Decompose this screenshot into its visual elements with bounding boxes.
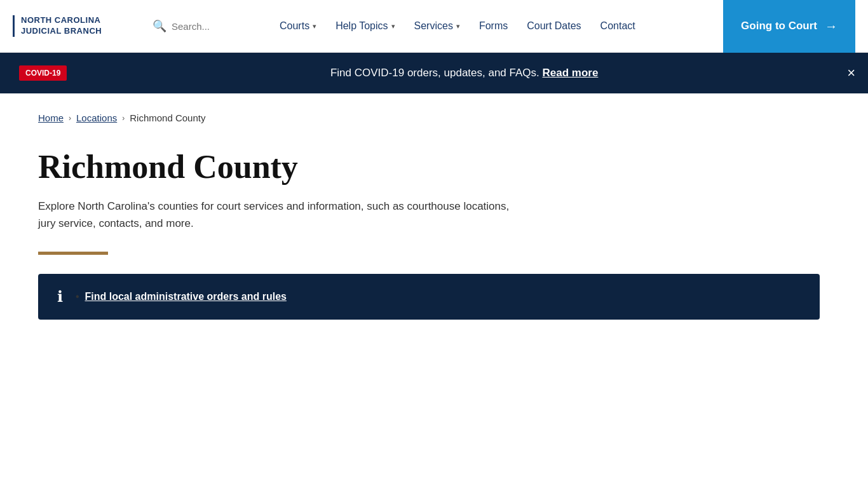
site-logo: NORTH CAROLINA JUDICIAL BRANCH — [13, 15, 102, 37]
info-box: ℹ • Find local administrative orders and… — [38, 274, 820, 320]
site-header: NORTH CAROLINA JUDICIAL BRANCH 🔍 Courts … — [0, 0, 868, 53]
logo-area: NORTH CAROLINA JUDICIAL BRANCH — [13, 15, 140, 37]
nav-courts[interactable]: Courts ▾ — [280, 20, 316, 32]
going-to-court-button[interactable]: Going to Court → — [723, 0, 855, 53]
info-box-content: • Find local administrative orders and r… — [76, 291, 287, 302]
chevron-down-icon: ▾ — [313, 22, 316, 30]
bullet: • — [76, 291, 82, 302]
search-icon: 🔍 — [153, 19, 166, 33]
page-title: Richmond County — [38, 149, 830, 185]
search-input[interactable] — [172, 21, 261, 32]
close-banner-button[interactable]: × — [847, 65, 855, 81]
breadcrumb-current: Richmond County — [130, 112, 205, 123]
nav-contact[interactable]: Contact — [600, 20, 635, 32]
covid-banner: COVID-19 Find COVID-19 orders, updates, … — [0, 53, 868, 93]
chevron-down-icon: ▾ — [391, 22, 395, 30]
main-content: Home › Locations › Richmond County Richm… — [0, 93, 868, 339]
accent-divider — [38, 252, 108, 255]
breadcrumb-locations[interactable]: Locations — [76, 112, 117, 123]
breadcrumb-separator-2: › — [122, 114, 125, 123]
covid-read-more-link[interactable]: Read more — [543, 67, 599, 79]
search-area: 🔍 — [153, 19, 261, 33]
page-description: Explore North Carolina's counties for co… — [38, 198, 521, 232]
covid-badge: COVID-19 — [19, 65, 67, 81]
admin-orders-link[interactable]: Find local administrative orders and rul… — [85, 291, 287, 302]
nav-forms[interactable]: Forms — [479, 20, 508, 32]
covid-text: Find COVID-19 orders, updates, and FAQs.… — [79, 67, 849, 79]
nav-court-dates[interactable]: Court Dates — [527, 20, 581, 32]
main-nav: Courts ▾ Help Topics ▾ Services ▾ Forms … — [280, 20, 710, 32]
chevron-down-icon: ▾ — [456, 22, 460, 30]
info-icon: ℹ — [57, 288, 63, 306]
arrow-icon: → — [825, 19, 837, 34]
nav-services[interactable]: Services ▾ — [414, 20, 460, 32]
breadcrumb-home[interactable]: Home — [38, 112, 64, 123]
nav-help-topics[interactable]: Help Topics ▾ — [336, 20, 395, 32]
breadcrumb-separator-1: › — [69, 114, 71, 123]
breadcrumb: Home › Locations › Richmond County — [38, 112, 830, 123]
